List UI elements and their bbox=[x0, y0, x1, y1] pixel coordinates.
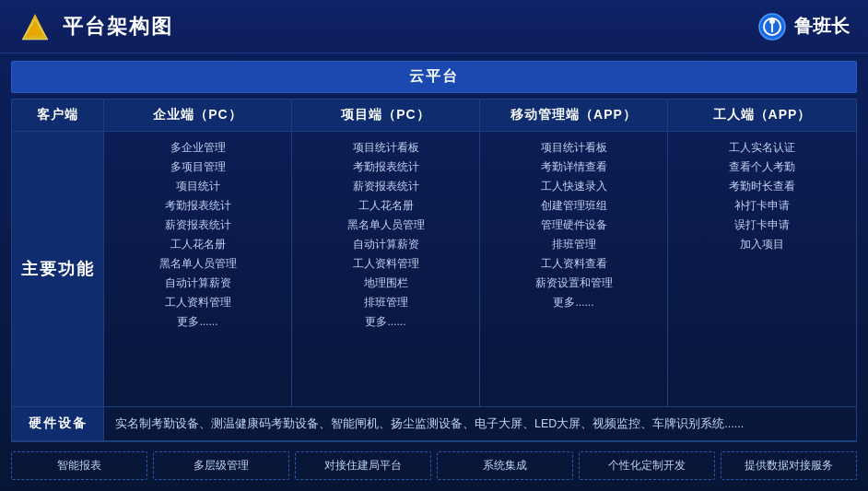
brand-name: 鲁班长 bbox=[794, 14, 850, 39]
header: 平台架构图 鲁班长 bbox=[0, 0, 868, 53]
list-item: 工人资料管理 bbox=[298, 255, 474, 272]
main-function-label: 主要功能 bbox=[12, 132, 104, 406]
feature-box: 对接住建局平台 bbox=[295, 451, 431, 480]
hardware-label: 硬件设备 bbox=[12, 407, 104, 440]
list-item: 考勤报表统计 bbox=[298, 158, 474, 175]
mobile-content: 项目统计看板考勤详情查看工人快速录入创建管理班组管理硬件设备排班管理工人资料查看… bbox=[480, 132, 668, 406]
list-item: 多项目管理 bbox=[110, 158, 286, 175]
enterprise-content: 多企业管理多项目管理项目统计考勤报表统计薪资报表统计工人花名册黑名单人员管理自动… bbox=[104, 132, 292, 406]
list-item: 更多...... bbox=[110, 313, 286, 330]
logo-icon bbox=[18, 10, 52, 43]
header-left: 平台架构图 bbox=[18, 10, 173, 43]
feature-box: 智能报表 bbox=[11, 451, 147, 480]
column-headers: 客户端 企业端（PC） 项目端（PC） 移动管理端（APP） 工人端（APP） bbox=[12, 99, 856, 132]
col-header-enterprise: 企业端（PC） bbox=[104, 99, 292, 131]
svg-point-5 bbox=[769, 18, 775, 24]
hardware-row: 硬件设备 实名制考勤设备、测温健康码考勤设备、智能闸机、扬尘监测设备、电子大屏、… bbox=[12, 407, 856, 441]
list-item: 查看个人考勤 bbox=[674, 158, 850, 175]
list-item: 工人资料管理 bbox=[110, 294, 286, 310]
cloud-platform-bar: 云平台 bbox=[11, 61, 857, 93]
list-item: 创建管理班组 bbox=[486, 197, 662, 214]
col-header-mobile: 移动管理端（APP） bbox=[480, 99, 668, 131]
list-item: 工人花名册 bbox=[110, 236, 286, 252]
list-item: 工人快速录入 bbox=[486, 178, 662, 194]
col-header-worker: 工人端（APP） bbox=[668, 99, 856, 131]
worker-content: 工人实名认证查看个人考勤考勤时长查看补打卡申请误打卡申请加入项目 bbox=[668, 132, 856, 406]
list-item: 工人实名认证 bbox=[674, 139, 850, 156]
main-function-row: 主要功能 多企业管理多项目管理项目统计考勤报表统计薪资报表统计工人花名册黑名单人… bbox=[12, 132, 856, 407]
list-item: 考勤详情查看 bbox=[486, 158, 662, 175]
list-item: 更多...... bbox=[298, 313, 474, 330]
col-header-client: 客户端 bbox=[12, 99, 104, 131]
list-item: 排班管理 bbox=[298, 294, 474, 310]
list-item: 自动计算薪资 bbox=[110, 275, 286, 291]
hardware-content: 实名制考勤设备、测温健康码考勤设备、智能闸机、扬尘监测设备、电子大屏、LED大屏… bbox=[104, 407, 856, 440]
feature-box: 多层级管理 bbox=[153, 451, 289, 480]
list-item: 更多...... bbox=[486, 294, 662, 310]
list-item: 黑名单人员管理 bbox=[298, 216, 474, 233]
main-container: 平台架构图 鲁班长 云平台 客户端 企业端（PC） 项目端（PC） bbox=[0, 0, 868, 491]
list-item: 排班管理 bbox=[486, 236, 662, 252]
list-item: 地理围栏 bbox=[298, 275, 474, 291]
list-item: 考勤报表统计 bbox=[110, 197, 286, 214]
feature-box: 系统集成 bbox=[437, 451, 573, 480]
list-item: 工人资料查看 bbox=[486, 255, 662, 272]
list-item: 薪资报表统计 bbox=[298, 178, 474, 194]
feature-box: 提供数据对接服务 bbox=[721, 451, 857, 480]
header-title: 平台架构图 bbox=[63, 13, 173, 41]
list-item: 项目统计 bbox=[110, 178, 286, 194]
brand-logo-icon bbox=[757, 12, 787, 41]
list-item: 考勤时长查看 bbox=[674, 178, 850, 194]
feature-box: 个性化定制开发 bbox=[579, 451, 715, 480]
list-item: 薪资报表统计 bbox=[110, 216, 286, 233]
project-content: 项目统计看板考勤报表统计薪资报表统计工人花名册黑名单人员管理自动计算薪资工人资料… bbox=[292, 132, 480, 406]
list-item: 加入项目 bbox=[674, 236, 850, 252]
list-item: 薪资设置和管理 bbox=[486, 275, 662, 291]
list-item: 自动计算薪资 bbox=[298, 236, 474, 252]
list-item: 补打卡申请 bbox=[674, 197, 850, 214]
architecture-table: 客户端 企业端（PC） 项目端（PC） 移动管理端（APP） 工人端（APP） … bbox=[11, 99, 857, 442]
list-item: 多企业管理 bbox=[110, 139, 286, 156]
header-right: 鲁班长 bbox=[757, 12, 850, 41]
list-item: 项目统计看板 bbox=[298, 139, 474, 156]
list-item: 误打卡申请 bbox=[674, 216, 850, 233]
list-item: 项目统计看板 bbox=[486, 139, 662, 156]
main-content: 云平台 客户端 企业端（PC） 项目端（PC） 移动管理端（APP） 工人端（A… bbox=[0, 53, 868, 491]
list-item: 管理硬件设备 bbox=[486, 216, 662, 233]
col-header-project: 项目端（PC） bbox=[292, 99, 480, 131]
list-item: 工人花名册 bbox=[298, 197, 474, 214]
features-row: 智能报表多层级管理对接住建局平台系统集成个性化定制开发提供数据对接服务 bbox=[11, 448, 857, 484]
list-item: 黑名单人员管理 bbox=[110, 255, 286, 272]
